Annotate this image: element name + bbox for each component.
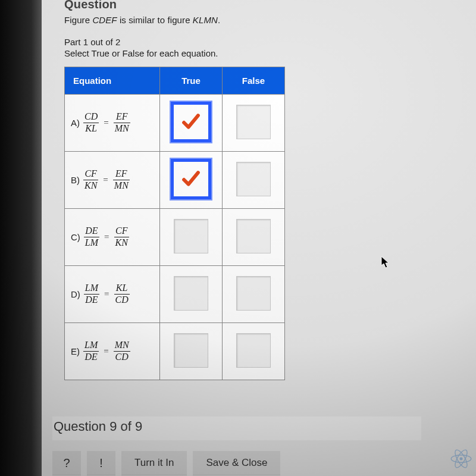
false-cell	[223, 209, 285, 266]
part-label: Part 1 out of 2	[64, 37, 415, 47]
mouse-cursor-icon	[381, 256, 390, 269]
true-option[interactable]	[174, 276, 208, 311]
row-label: B)	[71, 175, 80, 185]
equations-table: Equation True False A)CDKL=EFMNB)CFKN=EF…	[64, 67, 285, 380]
atom-icon	[449, 446, 474, 471]
true-option[interactable]	[174, 105, 208, 139]
help-button[interactable]: ?	[52, 451, 81, 475]
false-cell	[223, 95, 285, 152]
equals-sign: =	[104, 346, 108, 356]
prompt-text: Figure	[64, 15, 92, 25]
table-row: A)CDKL=EFMN	[65, 95, 285, 152]
row-label: E)	[71, 346, 80, 356]
false-cell	[223, 323, 285, 380]
fraction: EFMN	[114, 112, 130, 134]
equals-sign: =	[104, 232, 109, 242]
prompt-text: .	[218, 15, 220, 25]
col-header-false: False	[223, 67, 285, 95]
footer-buttons: ? ! Turn it In Save & Close	[52, 451, 421, 475]
equals-sign: =	[104, 289, 109, 299]
equals-sign: =	[104, 118, 108, 128]
table-row: E)LMDE=MNCD	[65, 323, 285, 380]
equation-cell: E)LMDE=MNCD	[65, 323, 160, 380]
col-header-true: True	[160, 67, 223, 95]
save-close-button[interactable]: Save & Close	[193, 451, 280, 475]
false-option[interactable]	[236, 333, 271, 368]
footer: Question 9 of 9 ? ! Turn it In Save & Cl…	[52, 416, 421, 475]
checkmark-icon	[181, 168, 201, 189]
fraction: LMDE	[83, 340, 99, 362]
false-option[interactable]	[236, 162, 271, 196]
turn-in-button[interactable]: Turn it In	[121, 451, 187, 475]
question-heading: Question	[64, 0, 415, 14]
report-button[interactable]: !	[87, 451, 115, 475]
false-cell	[223, 152, 285, 209]
false-option[interactable]	[236, 276, 271, 311]
row-label: A)	[71, 118, 80, 128]
row-label: C)	[71, 232, 80, 242]
row-label: D)	[71, 289, 80, 299]
equation-cell: B)CFKN=EFMN	[65, 152, 160, 209]
fraction: DELM	[84, 226, 99, 248]
true-cell	[160, 323, 223, 380]
fraction: CFKN	[114, 226, 129, 248]
true-cell	[160, 209, 223, 266]
equals-sign: =	[103, 175, 108, 185]
table-row: C)DELM=CFKN	[65, 209, 285, 266]
checkmark-icon	[181, 111, 201, 131]
figure-1-name: CDEF	[92, 15, 117, 25]
true-cell	[160, 152, 223, 209]
fraction: MNCD	[114, 340, 130, 362]
fraction: EFMN	[113, 169, 130, 191]
col-header-equation: Equation	[65, 67, 160, 95]
fraction: KLCD	[114, 283, 130, 305]
fraction: LMDE	[84, 283, 99, 305]
table-row: D)LMDE=KLCD	[65, 266, 285, 323]
true-option[interactable]	[174, 162, 208, 196]
svg-point-3	[459, 457, 462, 460]
equation-cell: A)CDKL=EFMN	[65, 95, 160, 152]
instruction-text: Select True or False for each equation.	[64, 48, 415, 58]
figure-2-name: KLMN	[193, 15, 218, 25]
equation-cell: C)DELM=CFKN	[65, 209, 160, 266]
true-cell	[160, 95, 223, 152]
false-option[interactable]	[236, 219, 271, 253]
false-cell	[223, 266, 285, 323]
device-bezel	[0, 0, 42, 476]
fraction: CFKN	[83, 169, 98, 191]
true-cell	[160, 266, 223, 323]
question-prompt: Figure CDEF is similar to figure KLMN.	[64, 15, 415, 25]
true-option[interactable]	[174, 219, 208, 253]
true-option[interactable]	[174, 333, 208, 368]
question-counter: Question 9 of 9	[52, 416, 421, 440]
false-option[interactable]	[236, 105, 271, 139]
fraction: CDKL	[83, 112, 99, 134]
prompt-text: is similar to figure	[117, 15, 193, 25]
table-row: B)CFKN=EFMN	[65, 152, 285, 209]
equation-cell: D)LMDE=KLCD	[65, 266, 160, 323]
question-panel: Question Figure CDEF is similar to figur…	[64, 0, 415, 380]
